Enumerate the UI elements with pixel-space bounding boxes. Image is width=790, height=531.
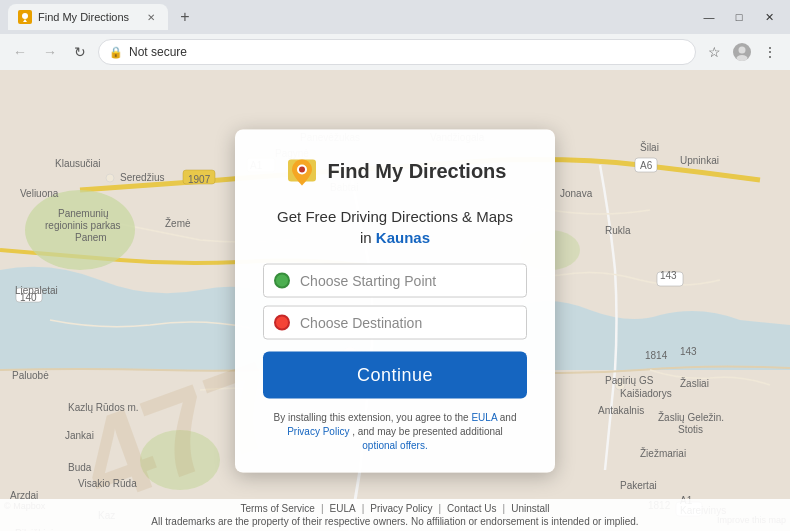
- map-label: Buda: [68, 462, 91, 473]
- tab-favicon: [18, 10, 32, 24]
- map-label: Kaišiadorys: [620, 388, 672, 399]
- map-label: Žaslių Geležin.: [658, 412, 724, 423]
- map-label: Panemunių: [58, 208, 109, 219]
- map-label: Žemė: [165, 218, 191, 229]
- destination-placeholder: Choose Destination: [300, 314, 422, 330]
- reload-button[interactable]: ↻: [68, 40, 92, 64]
- map-label: Antakalnis: [598, 405, 644, 416]
- optional-offers-link[interactable]: optional offers.: [362, 439, 427, 450]
- toolbar-icons: ☆ ⋮: [702, 40, 782, 64]
- svg-point-21: [299, 166, 305, 172]
- map-label: Žiežmariai: [640, 448, 686, 459]
- map-label: Veliuona: [20, 188, 58, 199]
- continue-button[interactable]: Continue: [263, 351, 527, 398]
- map-label: Žasliai: [680, 378, 709, 389]
- bookmark-icon[interactable]: ☆: [702, 40, 726, 64]
- svg-point-0: [22, 13, 28, 19]
- map-label: Stotis: [678, 424, 703, 435]
- map-label: 143: [660, 270, 677, 281]
- map-label: 1814: [645, 350, 667, 361]
- map-label: Visakio Rūda: [78, 478, 137, 489]
- logo-area: Find My Directions: [263, 153, 527, 189]
- lock-icon: 🔒: [109, 46, 123, 59]
- tab-bar: Find My Directions ✕ + — □ ✕: [0, 0, 790, 34]
- destination-dot-icon: [274, 314, 290, 330]
- form-area: Choose Starting Point Choose Destination: [263, 263, 527, 339]
- new-tab-button[interactable]: +: [172, 4, 198, 30]
- footer-privacy-link[interactable]: Privacy Policy: [370, 503, 432, 514]
- disclaimer: By installing this extension, you agree …: [263, 410, 527, 452]
- back-button[interactable]: ←: [8, 40, 32, 64]
- footer-links: Terms of Service | EULA | Privacy Policy…: [8, 503, 782, 514]
- map-label: Jankai: [65, 430, 94, 441]
- map-label: Seredžius: [120, 172, 164, 183]
- logo-icon: [284, 153, 320, 189]
- map-label: Šilai: [640, 142, 659, 153]
- svg-point-4: [737, 55, 748, 61]
- profile-icon[interactable]: [730, 40, 754, 64]
- address-bar[interactable]: 🔒 Not secure: [98, 39, 696, 65]
- destination-input[interactable]: Choose Destination: [263, 305, 527, 339]
- minimize-button[interactable]: —: [696, 8, 722, 26]
- map-label: Jonava: [560, 188, 592, 199]
- maximize-button[interactable]: □: [726, 8, 752, 26]
- map-label: Pakertai: [620, 480, 657, 491]
- footer-copyright: All trademarks are the property of their…: [8, 516, 782, 527]
- map-label: Paluobė: [12, 370, 49, 381]
- footer-bar: Terms of Service | EULA | Privacy Policy…: [0, 499, 790, 531]
- footer-eula-link[interactable]: EULA: [330, 503, 356, 514]
- privacy-policy-link[interactable]: Privacy Policy: [287, 425, 349, 436]
- map-label: Kazlų Rūdos m.: [68, 402, 139, 413]
- window-controls: — □ ✕: [696, 8, 782, 26]
- svg-point-3: [739, 47, 746, 54]
- close-button[interactable]: ✕: [756, 8, 782, 26]
- footer-terms-link[interactable]: Terms of Service: [240, 503, 314, 514]
- starting-point-placeholder: Choose Starting Point: [300, 272, 436, 288]
- footer-contact-link[interactable]: Contact Us: [447, 503, 496, 514]
- overlay-card: Find My Directions Get Free Driving Dire…: [235, 129, 555, 472]
- headline: Get Free Driving Directions & Maps in Ka…: [263, 205, 527, 247]
- svg-point-7: [140, 430, 220, 490]
- tab-title: Find My Directions: [38, 11, 138, 23]
- browser-chrome: Find My Directions ✕ + — □ ✕ ← → ↻ 🔒 Not…: [0, 0, 790, 70]
- map-label: 143: [680, 346, 697, 357]
- map-label: A6: [640, 160, 652, 171]
- map-label: Pagirių GS: [605, 375, 653, 386]
- footer-uninstall-link[interactable]: Uninstall: [511, 503, 549, 514]
- map-container: 477 PanevėžukasVandžiogalaŠilaiKlausučia…: [0, 70, 790, 531]
- start-dot-icon: [274, 272, 290, 288]
- logo-text: Find My Directions: [328, 160, 507, 183]
- headline-line1: Get Free Driving Directions & Maps: [263, 205, 527, 226]
- address-bar-row: ← → ↻ 🔒 Not secure ☆ ⋮: [0, 34, 790, 70]
- tab-close-button[interactable]: ✕: [144, 10, 158, 24]
- map-label: Klausučiai: [55, 158, 101, 169]
- address-text: Not secure: [129, 45, 685, 59]
- city-name: Kaunas: [376, 228, 430, 245]
- eula-link[interactable]: EULA: [471, 411, 497, 422]
- map-label: Panem: [75, 232, 107, 243]
- starting-point-input[interactable]: Choose Starting Point: [263, 263, 527, 297]
- map-label: regioninis parkas: [45, 220, 121, 231]
- svg-marker-1: [23, 19, 27, 22]
- forward-button[interactable]: →: [38, 40, 62, 64]
- map-label: 1907: [188, 174, 210, 185]
- map-label: Upninkai: [680, 155, 719, 166]
- map-label: 140: [20, 292, 37, 303]
- headline-line2: in Kaunas: [263, 226, 527, 247]
- map-label: Rukla: [605, 225, 631, 236]
- menu-icon[interactable]: ⋮: [758, 40, 782, 64]
- svg-point-11: [106, 174, 114, 182]
- active-tab[interactable]: Find My Directions ✕: [8, 4, 168, 30]
